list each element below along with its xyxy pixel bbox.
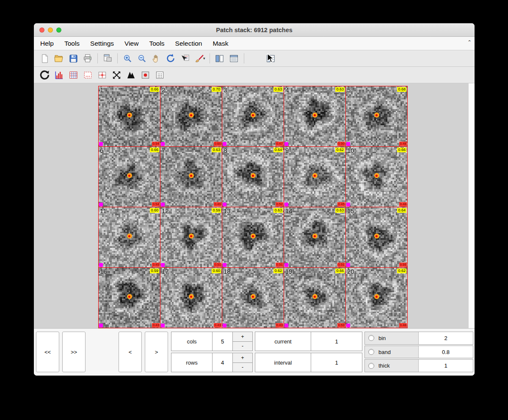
brush-dropdown-icon[interactable]: ▾: [203, 56, 205, 60]
patch-canvas-area[interactable]: 1 0.66 0.54 2 0.70 0.60 3 0.63 0.47 4 0.…: [34, 83, 475, 328]
print-icon[interactable]: [80, 52, 95, 65]
corner-marker-icon: [99, 203, 103, 206]
particle-center-dot[interactable]: [127, 233, 132, 239]
particle-center-dot-core: [314, 296, 316, 298]
patch-cell[interactable]: 18 0.62 0.43: [222, 268, 284, 328]
particle-center-dot[interactable]: [251, 294, 256, 299]
lattice-dots-icon[interactable]: [152, 69, 167, 81]
rows-increment-button[interactable]: +: [233, 353, 252, 362]
particle-center-dot[interactable]: [312, 173, 318, 178]
patch-cell[interactable]: 15 0.64 0.55: [346, 207, 408, 268]
rows-value[interactable]: 4: [213, 353, 233, 372]
particle-center-dot[interactable]: [374, 173, 379, 178]
patch-cell[interactable]: 8 0.64 0.52: [222, 147, 284, 207]
open-folder-icon[interactable]: [52, 52, 66, 65]
patch-cell[interactable]: 12 0.59 0.51: [160, 207, 222, 268]
new-file-icon[interactable]: [37, 52, 52, 65]
panel-split-icon[interactable]: [213, 52, 227, 65]
patch-cell[interactable]: 20 0.62 0.48: [346, 268, 408, 328]
bin-radio-button[interactable]: [368, 335, 374, 341]
patch-cell[interactable]: 1 0.66 0.54: [99, 86, 160, 147]
patch-cell[interactable]: 13 0.63 0.51: [222, 207, 284, 268]
thick-radio-button[interactable]: [368, 363, 374, 369]
panel-list-icon[interactable]: [227, 52, 241, 65]
particle-center-dot[interactable]: [374, 233, 379, 239]
particle-center-dot[interactable]: [127, 173, 132, 178]
menu-item-help[interactable]: Help: [40, 40, 54, 47]
patch-cell[interactable]: 17 0.60 0.43: [160, 268, 222, 328]
minimize-button[interactable]: [48, 27, 53, 33]
menu-overflow-icon[interactable]: ⌃: [467, 39, 472, 45]
patch-cell[interactable]: 9 0.62 0.45: [284, 147, 346, 207]
patch-cell[interactable]: 4 0.63 0.50: [284, 86, 346, 147]
pan-hand-icon[interactable]: [149, 52, 163, 65]
cols-increment-button[interactable]: +: [233, 332, 252, 341]
maximize-button[interactable]: [56, 27, 61, 33]
particle-center-dot[interactable]: [127, 294, 132, 299]
cols-decrement-button[interactable]: -: [233, 341, 252, 351]
particle-center-dot[interactable]: [312, 233, 318, 239]
particle-center-dot[interactable]: [251, 113, 256, 118]
zoom-in-icon[interactable]: [120, 52, 135, 65]
cols-stepper: + -: [233, 332, 252, 351]
menu-item-selection[interactable]: Selection: [175, 40, 202, 47]
prev-button[interactable]: <: [119, 332, 142, 372]
patch-cell[interactable]: 6 0.66 0.54: [99, 147, 160, 207]
particle-center-dot[interactable]: [251, 173, 256, 178]
print-preview-icon[interactable]: [100, 52, 115, 65]
patch-cell[interactable]: 11 0.60 0.45: [99, 207, 160, 268]
interval-value[interactable]: 1: [311, 353, 362, 372]
next-button[interactable]: >: [145, 332, 168, 372]
thick-value[interactable]: 1: [419, 360, 473, 372]
patch-cell[interactable]: 19 0.66 0.53: [284, 268, 346, 328]
display-options: bin 2 band 0.8 thick 1: [364, 332, 473, 372]
patch-cell[interactable]: 5 0.68 0.48: [346, 86, 408, 147]
expand-arrows-icon[interactable]: [109, 69, 124, 81]
peak-plot-icon[interactable]: [124, 69, 138, 81]
band-radio-button[interactable]: [368, 349, 374, 355]
rows-decrement-button[interactable]: -: [233, 362, 252, 372]
particle-center-dot[interactable]: [374, 294, 379, 299]
band-value[interactable]: 0.8: [419, 346, 473, 358]
undo-history-icon[interactable]: [163, 52, 178, 65]
zoom-out-icon[interactable]: [135, 52, 149, 65]
refresh-icon[interactable]: [37, 69, 52, 81]
close-button[interactable]: [39, 27, 44, 33]
particle-center-dot[interactable]: [251, 233, 256, 239]
patch-number: 16: [100, 268, 107, 275]
first-page-button[interactable]: <<: [36, 332, 59, 372]
patch-cell[interactable]: 16 0.59 0.43: [99, 268, 160, 328]
dashed-selection-icon[interactable]: [80, 69, 95, 81]
patch-cell[interactable]: 10 0.66 0.48: [346, 147, 408, 207]
patch-cell[interactable]: 3 0.63 0.47: [222, 86, 284, 147]
patch-score-badge: 0.59: [150, 269, 159, 273]
patch-cell[interactable]: 14 0.63 0.51: [284, 207, 346, 268]
particle-center-dot[interactable]: [189, 233, 194, 239]
particle-center-dot[interactable]: [312, 113, 318, 118]
crosshair-box-icon[interactable]: [95, 69, 109, 81]
last-page-button[interactable]: >>: [62, 332, 86, 372]
patch-cell[interactable]: 2 0.70 0.60: [160, 86, 222, 147]
menu-item-tools-1[interactable]: Tools: [64, 40, 80, 47]
menu-item-view[interactable]: View: [124, 40, 138, 47]
save-icon[interactable]: [66, 52, 80, 65]
particle-center-dot[interactable]: [374, 113, 379, 118]
current-value[interactable]: 1: [311, 332, 362, 351]
bin-value[interactable]: 2: [419, 332, 473, 344]
vertical-scrollbar[interactable]: [468, 83, 475, 328]
menu-item-settings[interactable]: Settings: [90, 40, 114, 47]
particle-center-dot[interactable]: [189, 113, 194, 118]
histogram-chart-icon[interactable]: [52, 69, 66, 81]
particle-center-dot[interactable]: [312, 294, 318, 299]
menu-item-tools-2[interactable]: Tools: [149, 40, 164, 47]
inspect-page-icon[interactable]: [178, 52, 192, 65]
particle-center-dot[interactable]: [189, 173, 194, 178]
menu-item-mask[interactable]: Mask: [213, 40, 228, 47]
toolbar-separator: [244, 53, 244, 63]
patch-cell[interactable]: 7 0.63 0.49: [160, 147, 222, 207]
cols-value[interactable]: 5: [213, 332, 233, 351]
particle-center-dot[interactable]: [127, 113, 132, 118]
particle-center-dot[interactable]: [189, 294, 194, 299]
grid-table-icon[interactable]: [66, 69, 80, 81]
center-marker-icon[interactable]: [138, 69, 152, 81]
